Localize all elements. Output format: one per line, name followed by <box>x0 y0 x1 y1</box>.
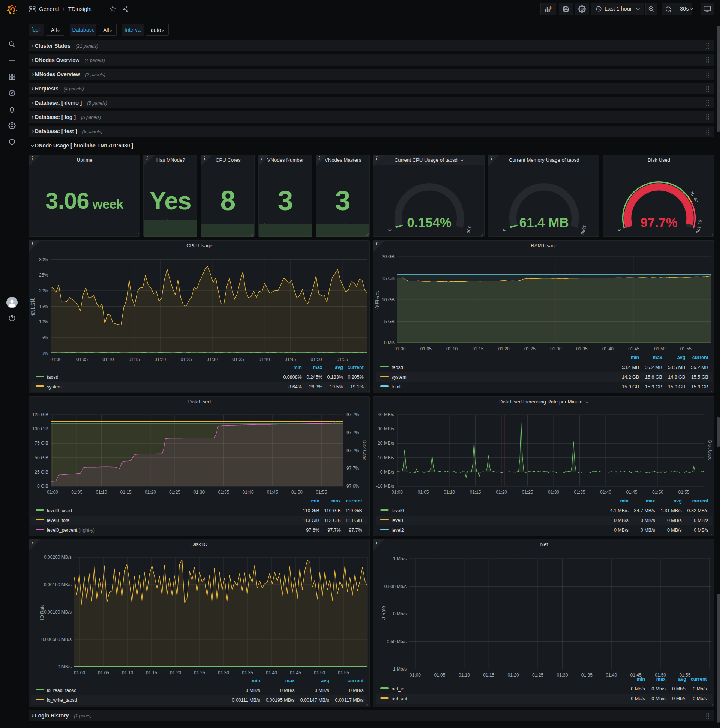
svg-text:01:00: 01:00 <box>392 490 403 495</box>
svg-text:113 GiB: 113 GiB <box>303 518 319 523</box>
svg-text:current: current <box>348 678 364 683</box>
svg-text:01:55: 01:55 <box>316 490 327 495</box>
svg-text:5 GB: 5 GB <box>384 319 394 324</box>
svg-text:97.7%: 97.7% <box>349 528 362 533</box>
svg-text:0 MB/s: 0 MB/s <box>349 688 364 693</box>
svg-text:20%: 20% <box>39 288 48 294</box>
svg-text:0 MB/s: 0 MB/s <box>280 688 295 693</box>
svg-text:01:00: 01:00 <box>50 357 61 362</box>
svg-text:01:25: 01:25 <box>524 346 535 352</box>
svg-text:01:05: 01:05 <box>434 673 445 678</box>
svg-text:net_in: net_in <box>392 686 404 691</box>
svg-text:53.5 MB: 53.5 MB <box>668 365 685 370</box>
svg-text:0.00100 MB/s: 0.00100 MB/s <box>44 609 72 615</box>
svg-text:20 MB/s: 20 MB/s <box>378 440 394 446</box>
svg-text:max: max <box>653 355 662 360</box>
svg-text:01:25: 01:25 <box>194 670 205 676</box>
svg-text:0.500 Mb/s: 0.500 Mb/s <box>384 584 406 589</box>
svg-text:113 GiB: 113 GiB <box>346 518 362 523</box>
svg-text:avg: avg <box>678 677 686 682</box>
svg-text:max: max <box>656 677 666 682</box>
svg-text:80: 80 <box>693 197 699 203</box>
svg-text:0.0808%: 0.0808% <box>283 375 302 380</box>
svg-text:min: min <box>636 677 645 682</box>
svg-text:61.4 MB: 61.4 MB <box>519 215 569 229</box>
svg-text:110 GiB: 110 GiB <box>324 508 341 513</box>
svg-text:current: current <box>692 499 709 503</box>
svg-text:Disk Used: Disk Used <box>707 440 712 461</box>
svg-text:0 MB/s: 0 MB/s <box>694 528 708 533</box>
svg-text:8.64%: 8.64% <box>288 384 302 390</box>
svg-text:avg: avg <box>321 678 329 683</box>
svg-text:01:40: 01:40 <box>266 670 277 676</box>
svg-text:0.205%: 0.205% <box>348 375 363 380</box>
svg-text:level0_percent (right-y): level0_percent (right-y) <box>47 528 95 533</box>
svg-text:01:45: 01:45 <box>267 490 278 495</box>
svg-text:01:35: 01:35 <box>242 670 253 676</box>
svg-text:system: system <box>47 384 62 390</box>
svg-text:0.183%: 0.183% <box>327 375 343 380</box>
svg-text:01:05: 01:05 <box>98 670 109 676</box>
svg-text:20 GB: 20 GB <box>382 254 395 259</box>
svg-text:75 GiB: 75 GiB <box>35 440 48 446</box>
svg-text:01:40: 01:40 <box>600 490 611 495</box>
svg-text:0.000500 MB/s: 0.000500 MB/s <box>41 637 72 642</box>
svg-text:0.245%: 0.245% <box>307 375 322 380</box>
svg-text:0 Mb/s: 0 Mb/s <box>693 696 707 701</box>
svg-text:01:10: 01:10 <box>446 346 458 352</box>
svg-text:0.00150 MB/s: 0.00150 MB/s <box>44 582 72 587</box>
svg-text:0.00111 MB/s: 0.00111 MB/s <box>232 697 260 703</box>
svg-text:15.5 GB: 15.5 GB <box>691 375 708 380</box>
svg-text:01:20: 01:20 <box>496 490 507 495</box>
svg-text:15.9 GB: 15.9 GB <box>668 384 685 390</box>
svg-text:01:15: 01:15 <box>121 490 132 495</box>
svg-text:01:45: 01:45 <box>285 357 296 362</box>
svg-text:01:55: 01:55 <box>678 490 689 495</box>
svg-text:Disk Used: Disk Used <box>362 440 367 461</box>
svg-text:level0_total: level0_total <box>47 518 70 523</box>
svg-text:avg: avg <box>674 499 682 503</box>
svg-text:19.1%: 19.1% <box>350 384 363 390</box>
svg-text:avg: avg <box>677 355 685 360</box>
svg-text:01:40: 01:40 <box>602 346 613 352</box>
svg-text:0 MB/s: 0 MB/s <box>641 528 655 533</box>
svg-text:01:45: 01:45 <box>290 670 301 676</box>
svg-text:97.6%: 97.6% <box>306 528 319 533</box>
svg-text:max: max <box>285 678 295 683</box>
svg-text:01:55: 01:55 <box>338 670 349 676</box>
svg-text:100: 100 <box>465 226 472 234</box>
svg-text:01:30: 01:30 <box>207 357 218 362</box>
svg-text:01:35: 01:35 <box>581 673 592 678</box>
svg-text:0 Mb/s: 0 Mb/s <box>651 686 666 691</box>
svg-text:01:20: 01:20 <box>145 490 156 495</box>
svg-text:01:50: 01:50 <box>314 670 325 676</box>
svg-text:01:10: 01:10 <box>102 357 114 362</box>
svg-text:10 GB: 10 GB <box>382 297 395 303</box>
svg-text:level2: level2 <box>392 528 404 533</box>
svg-text:95: 95 <box>697 220 702 225</box>
svg-text:01:10: 01:10 <box>459 673 470 678</box>
svg-text:25 GiB: 25 GiB <box>35 470 48 475</box>
svg-text:0: 0 <box>502 228 507 231</box>
svg-text:0 MB/s: 0 MB/s <box>667 518 682 523</box>
svg-text:01:25: 01:25 <box>169 490 180 495</box>
svg-text:01:40: 01:40 <box>243 490 254 495</box>
svg-text:01:00: 01:00 <box>47 490 58 495</box>
svg-text:min: min <box>294 365 302 370</box>
svg-text:01:40: 01:40 <box>259 357 270 362</box>
svg-text:01:20: 01:20 <box>170 670 181 676</box>
svg-text:01:25: 01:25 <box>180 357 192 362</box>
svg-text:0%: 0% <box>42 351 48 356</box>
svg-text:01:55: 01:55 <box>337 357 348 362</box>
svg-text:0 MB/s: 0 MB/s <box>58 664 72 670</box>
svg-text:01:25: 01:25 <box>532 673 543 678</box>
svg-text:0.00117 MB/s: 0.00117 MB/s <box>335 697 364 703</box>
svg-text:01:45: 01:45 <box>626 490 637 495</box>
svg-text:01:00: 01:00 <box>409 673 421 678</box>
svg-text:110 GiB: 110 GiB <box>303 508 319 513</box>
svg-text:97.7%: 97.7% <box>346 430 359 435</box>
svg-text:97.7%: 97.7% <box>346 466 359 471</box>
svg-text:0 MB/s: 0 MB/s <box>614 518 628 523</box>
svg-text:97.6%: 97.6% <box>346 484 359 489</box>
svg-text:min: min <box>620 499 628 503</box>
